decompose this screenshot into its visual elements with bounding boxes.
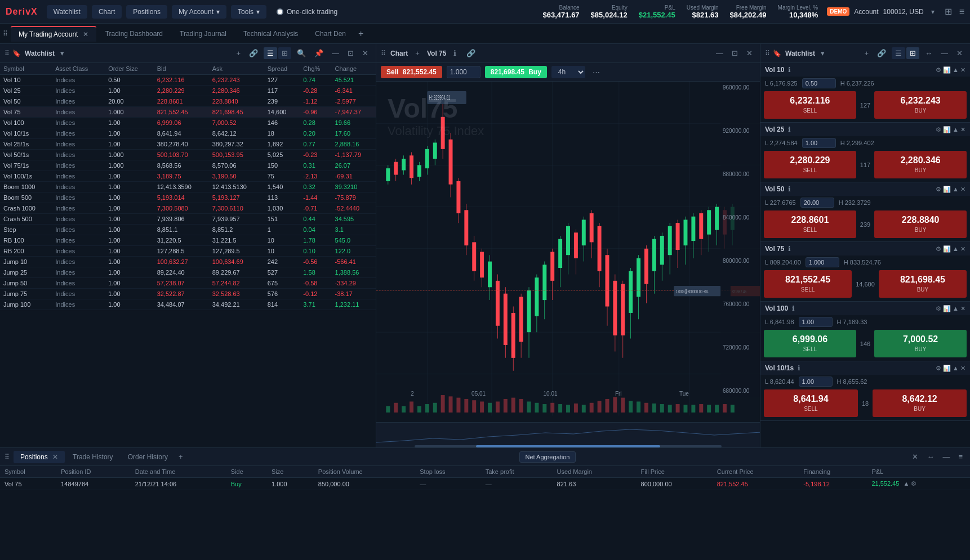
chart-split-icon[interactable]: ⊡ [729, 48, 741, 59]
rw-qty-input-4[interactable] [799, 317, 833, 327]
grid-view-btn[interactable]: ⊞ [278, 47, 291, 59]
rw-buy-btn-1[interactable]: 2,280.346 BUY [874, 151, 967, 178]
watchlist-close-icon[interactable]: ✕ [359, 47, 371, 59]
chart-drag-handle[interactable]: ⠿ [381, 50, 386, 57]
right-expand-icon[interactable]: ↔ [922, 47, 935, 59]
tab-order-history[interactable]: Order History [121, 451, 175, 463]
chart-info-icon[interactable]: ℹ [451, 48, 459, 59]
watchlist-add-icon[interactable]: + [233, 47, 243, 59]
chart-timeframe-select[interactable]: 4h 1h 15m 1d [551, 66, 585, 78]
watchlist-pin-icon[interactable]: 📌 [312, 47, 326, 59]
bottom-expand-icon[interactable]: ↔ [924, 451, 937, 462]
watchlist-row[interactable]: Vol 50/1s Indices 1.000 500,103.70 500,1… [0, 150, 376, 160]
chart-add-icon[interactable]: + [412, 48, 422, 59]
account-dropdown-icon[interactable]: ▾ [931, 8, 935, 16]
right-add-icon[interactable]: + [861, 47, 871, 59]
tab-chart-den[interactable]: Chart Den [307, 26, 354, 41]
watchlist-row[interactable]: Vol 10/1s Indices 1.00 8,641.94 8,642.12… [0, 128, 376, 139]
watchlist-row[interactable]: RB 100 Indices 1.00 31,220.5 31,221.5 10… [0, 235, 376, 246]
tab-close-my-trading[interactable]: ✕ [83, 30, 88, 38]
bottom-add-tab-btn[interactable]: + [176, 451, 186, 462]
chart-minimize-icon[interactable]: — [713, 48, 726, 59]
watchlist-maximize-icon[interactable]: ⊡ [345, 47, 357, 59]
chart-nav-btn[interactable]: Chart [92, 5, 122, 19]
rw-sell-btn-2[interactable]: 228.8601 SELL [764, 210, 856, 238]
tab-trading-journal[interactable]: Trading Journal [172, 26, 234, 41]
watchlist-row[interactable]: Jump 25 Indices 1.00 89,224.40 89,229.67… [0, 267, 376, 278]
tab-trading-dashboard[interactable]: Trading Dashboard [97, 26, 171, 41]
rw-qty-input-0[interactable] [802, 78, 836, 88]
watchlist-row[interactable]: Vol 50 Indices 20.00 228.8601 228.8840 2… [0, 96, 376, 107]
watchlist-row[interactable]: Jump 100 Indices 1.00 34,484.07 34,492.2… [0, 299, 376, 310]
window-layout-icon[interactable]: ⊞ [945, 6, 952, 17]
rw-buy-btn-0[interactable]: 6,232.243 BUY [874, 91, 967, 119]
watchlist-row[interactable]: Vol 10 Indices 0.50 6,232.116 6,232.243 … [0, 75, 376, 86]
rw-buy-btn-4[interactable]: 7,000.52 BUY [874, 330, 967, 357]
watchlist-minimize-icon[interactable]: — [329, 47, 342, 59]
mini-chart-scrollbar[interactable] [415, 445, 722, 447]
list-view-btn[interactable]: ☰ [264, 47, 277, 59]
rw-buy-btn-5[interactable]: 8,642.12 BUY [873, 389, 967, 417]
watchlist-row[interactable]: Vol 100/1s Indices 1.00 3,189.75 3,190.5… [0, 171, 376, 182]
watchlist-dropdown-icon[interactable]: ▾ [57, 48, 67, 59]
right-watchlist-dropdown[interactable]: ▾ [818, 48, 827, 59]
chart-buy-btn[interactable]: 821,698.45 Buy [485, 66, 547, 78]
chart-lot-input[interactable] [447, 66, 480, 78]
rw-qty-input-2[interactable] [800, 198, 834, 208]
watchlist-row[interactable]: Vol 75/1s Indices 1.000 8,568.56 8,570.0… [0, 160, 376, 171]
chart-sell-btn[interactable]: Sell 821,552.45 [381, 66, 442, 78]
rw-sell-btn-4[interactable]: 6,999.06 SELL [764, 330, 856, 357]
rw-sell-btn-0[interactable]: 6,232.116 SELL [764, 91, 856, 119]
tab-positions[interactable]: Positions ✕ [14, 451, 65, 463]
bottom-menu-icon[interactable]: ≡ [955, 451, 965, 462]
watchlist-row[interactable]: Boom 500 Indices 1.00 5,193.014 5,193.12… [0, 192, 376, 203]
chart-link-icon[interactable]: 🔗 [464, 48, 478, 59]
watchlist-nav-btn[interactable]: Watchlist [47, 5, 87, 19]
watchlist-row[interactable]: Jump 50 Indices 1.00 57,238.07 57,244.82… [0, 278, 376, 289]
scrollbar-thumb[interactable] [476, 445, 660, 447]
watchlist-drag-handle[interactable]: ⠿ [5, 50, 10, 57]
rw-qty-input-1[interactable] [802, 138, 836, 148]
watchlist-row[interactable]: Vol 25 Indices 1.00 2,280.229 2,280.346 … [0, 86, 376, 96]
rw-buy-btn-3[interactable]: 821,698.45 BUY [879, 270, 967, 298]
add-tab-btn[interactable]: + [355, 29, 367, 39]
watchlist-row[interactable]: Step Indices 1.00 8,851.1 8,851.2 1 0.04… [0, 225, 376, 235]
watchlist-row[interactable]: Boom 1000 Indices 1.00 12,413.3590 12,41… [0, 182, 376, 192]
bottom-close-btn[interactable]: ✕ [909, 451, 921, 462]
rw-sell-btn-5[interactable]: 8,641.94 SELL [764, 389, 858, 417]
positions-nav-btn[interactable]: Positions [126, 5, 167, 19]
watchlist-row[interactable]: Crash 1000 Indices 1.00 7,300.5080 7,300… [0, 203, 376, 214]
rw-qty-input-5[interactable] [799, 377, 833, 387]
watchlist-row[interactable]: Vol 25/1s Indices 1.00 380,278.40 380,29… [0, 139, 376, 150]
bottom-drag-handle[interactable]: ⠿ [5, 453, 10, 461]
watchlist-row[interactable]: RB 200 Indices 1.00 127,288.5 127,289.5 … [0, 246, 376, 257]
one-click-toggle[interactable]: One-click trading [277, 8, 337, 16]
tab-bar-drag-handle[interactable]: ⠿ [3, 30, 8, 38]
watchlist-search-icon[interactable]: 🔍 [294, 47, 309, 59]
right-grid-view-btn[interactable]: ⊞ [906, 47, 919, 59]
rw-qty-input-3[interactable] [806, 257, 839, 267]
watchlist-link-icon[interactable]: 🔗 [246, 47, 261, 59]
net-aggregation-btn[interactable]: Net Aggregation [519, 451, 576, 463]
tools-btn[interactable]: Tools ▾ [231, 5, 266, 19]
positions-tab-close[interactable]: ✕ [52, 453, 58, 461]
right-list-view-btn[interactable]: ☰ [892, 47, 905, 59]
rw-sell-btn-3[interactable]: 821,552.45 SELL [764, 270, 852, 298]
right-minimize-icon[interactable]: — [938, 47, 951, 59]
right-close-icon[interactable]: ✕ [954, 47, 965, 59]
watchlist-row[interactable]: Crash 500 Indices 1.00 7,939.806 7,939.9… [0, 214, 376, 225]
my-account-btn[interactable]: My Account ▾ [172, 5, 226, 19]
positions-row[interactable]: Vol 75 14849784 21/12/21 14:06 Buy 1.000… [0, 478, 970, 490]
chart-close-icon[interactable]: ✕ [744, 48, 755, 59]
tab-technical-analysis[interactable]: Technical Analysis [235, 26, 306, 41]
right-drag-handle[interactable]: ⠿ [765, 50, 770, 57]
tab-trade-history[interactable]: Trade History [66, 451, 120, 463]
watchlist-row[interactable]: Jump 75 Indices 1.00 32,522.87 32,528.63… [0, 289, 376, 299]
watchlist-row[interactable]: Jump 10 Indices 1.00 100,632.27 100,634.… [0, 257, 376, 267]
tab-my-trading-account[interactable]: My Trading Account ✕ [11, 26, 96, 42]
rw-buy-btn-2[interactable]: 228.8840 BUY [874, 210, 967, 238]
menu-icon[interactable]: ≡ [959, 7, 964, 17]
right-link-icon[interactable]: 🔗 [874, 47, 889, 59]
chart-options-icon[interactable]: ⋯ [590, 67, 603, 78]
watchlist-row[interactable]: Vol 100 Indices 1.00 6,999.06 7,000.52 1… [0, 118, 376, 128]
